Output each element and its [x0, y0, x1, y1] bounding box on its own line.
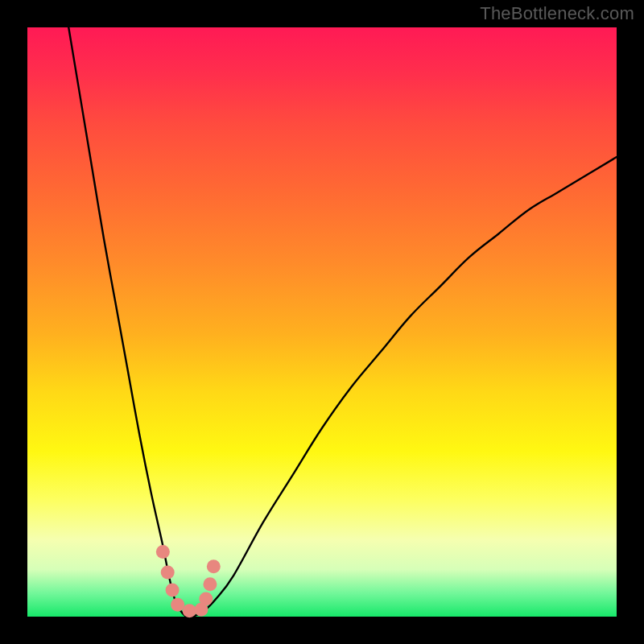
bottleneck-curve: [68, 27, 617, 617]
curve-layer: [27, 27, 617, 617]
highlight-point: [207, 559, 221, 573]
highlight-point: [199, 592, 213, 606]
plot-area: [27, 27, 617, 617]
highlight-point: [183, 604, 196, 617]
highlight-point: [156, 545, 170, 559]
highlight-point: [166, 584, 180, 597]
chart-frame: TheBottleneck.com: [0, 0, 644, 644]
highlight-points: [156, 545, 221, 617]
highlight-point: [171, 598, 184, 612]
highlight-point: [203, 577, 217, 591]
watermark-text: TheBottleneck.com: [480, 3, 634, 24]
highlight-point: [161, 566, 175, 580]
